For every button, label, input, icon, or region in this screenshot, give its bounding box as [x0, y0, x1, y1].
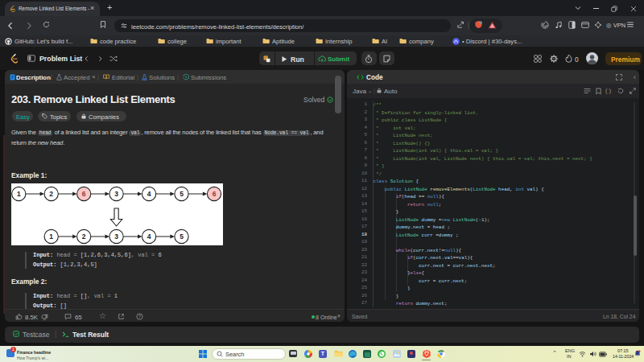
svg-text:4: 4	[147, 232, 151, 241]
svg-text:2: 2	[49, 190, 53, 198]
svg-text:3: 3	[114, 190, 118, 198]
svg-text:6: 6	[213, 190, 217, 198]
svg-text:6: 6	[82, 190, 86, 198]
svg-text:5: 5	[180, 190, 184, 198]
svg-text:1: 1	[49, 232, 53, 241]
svg-text:2: 2	[82, 232, 86, 241]
svg-text:4: 4	[147, 190, 151, 198]
svg-text:5: 5	[180, 232, 184, 241]
svg-text:1: 1	[17, 190, 21, 198]
svg-text:3: 3	[114, 232, 118, 241]
